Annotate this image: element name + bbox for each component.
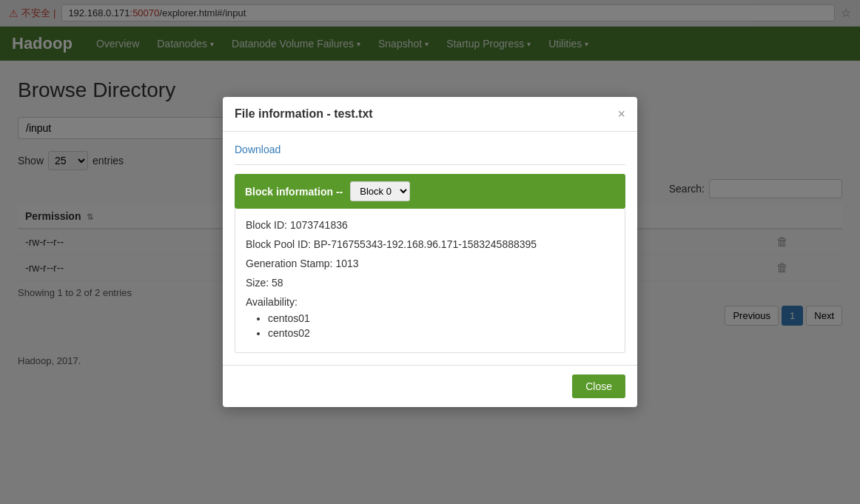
availability-node-2: centos02	[268, 327, 614, 339]
availability-node-1: centos01	[268, 312, 614, 324]
availability-list: centos01 centos02	[246, 312, 614, 339]
block-id-row: Block ID: 1073741836	[246, 219, 614, 231]
file-info-modal: File information - test.txt × Download B…	[223, 97, 637, 384]
modal-close-button[interactable]: ×	[617, 107, 625, 121]
block-info-header: Block information -- Block 0	[235, 174, 625, 209]
modal-divider	[235, 164, 625, 165]
generation-stamp-row: Generation Stamp: 1013	[246, 258, 614, 269]
modal-header: File information - test.txt ×	[223, 97, 637, 132]
modal-title: File information - test.txt	[235, 107, 373, 121]
availability-label: Availability:	[246, 296, 614, 308]
block-pool-label: Block Pool ID:	[246, 238, 311, 250]
modal-close-btn[interactable]: Close	[572, 374, 625, 384]
generation-stamp-value: 1013	[335, 258, 358, 269]
block-select[interactable]: Block 0	[350, 181, 410, 201]
modal-overlay: File information - test.txt × Download B…	[0, 0, 860, 384]
block-id-label: Block ID:	[246, 219, 287, 231]
download-link[interactable]: Download	[235, 144, 280, 155]
block-details: Block ID: 1073741836 Block Pool ID: BP-7…	[235, 209, 625, 353]
size-row: Size: 58	[246, 277, 614, 289]
modal-body: Download Block information -- Block 0 Bl…	[223, 132, 637, 365]
generation-stamp-label: Generation Stamp:	[246, 258, 333, 269]
availability-row: Availability: centos01 centos02	[246, 296, 614, 339]
size-label: Size:	[246, 277, 269, 289]
size-value: 58	[272, 277, 283, 289]
block-pool-row: Block Pool ID: BP-716755343-192.168.96.1…	[246, 238, 614, 250]
block-id-value: 1073741836	[290, 219, 348, 231]
block-info-label: Block information --	[245, 186, 343, 198]
modal-footer: Close	[223, 365, 637, 384]
block-pool-value: BP-716755343-192.168.96.171-158324588839…	[314, 238, 537, 250]
